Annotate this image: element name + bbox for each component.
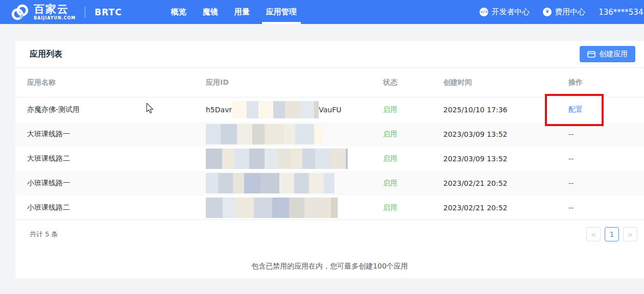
app-id-redaction-mosaic (206, 173, 335, 193)
app-limit-note: 包含已禁用的应用在内，您可最多创建100个应用 (15, 262, 644, 271)
main-nav: 概览 魔镜 用量 应用管理 (163, 0, 305, 24)
column-header-created: 创建时间 (443, 78, 568, 87)
developer-center-link[interactable]: </> 开发者中心 (480, 7, 530, 17)
column-header-status: 状态 (383, 78, 443, 87)
status-badge: 启用 (383, 179, 443, 188)
status-badge: 启用 (383, 203, 443, 212)
status-badge: 启用 (383, 130, 443, 139)
app-id-cell (206, 149, 383, 169)
nav-item-overview[interactable]: 概览 (163, 0, 195, 24)
create-app-icon (587, 51, 595, 58)
column-header-app-name: 应用名称 (27, 78, 206, 87)
total-count: 共计 5 条 (30, 230, 58, 239)
app-name-cell: 亦魔亦佛-测试用 (27, 105, 206, 114)
chevron-right-icon: > (628, 231, 633, 238)
top-navbar: 百家云 BAIJIAYUN.COM BRTC 概览 魔镜 用量 应用管理 </>… (0, 0, 644, 24)
app-id-suffix: VauFU (319, 106, 341, 114)
no-action-dash: -- (568, 130, 574, 138)
brand-text: 百家云 BAIJIAYUN.COM (34, 4, 76, 20)
nav-item-magic-mirror[interactable]: 魔镜 (195, 0, 226, 24)
app-id-cell: h5DavrVauFU (206, 101, 383, 118)
table-header-row: 应用名称 应用ID 状态 创建时间 操作 (15, 68, 644, 97)
billing-center-icon: ¥ (543, 8, 552, 16)
status-badge: 启用 (383, 105, 443, 114)
action-cell: -- (568, 155, 644, 163)
status-badge: 启用 (383, 154, 443, 163)
no-action-dash: -- (568, 155, 574, 163)
app-name-cell: 小班课线路一 (27, 179, 206, 188)
table-row: 小班课线路一启用2023/02/21 20:52-- (15, 171, 644, 195)
action-cell: -- (568, 130, 644, 138)
app-name-cell: 大班课线路一 (27, 130, 206, 139)
developer-center-icon: </> (480, 8, 488, 16)
baijiayun-logo-icon (10, 3, 30, 22)
app-list-card: 应用列表 创建应用 应用名称 应用ID 状态 创建时间 操作 亦魔亦佛-测试用h… (15, 41, 644, 278)
app-name-cell: 大班课线路二 (27, 154, 206, 163)
navbar-right: </> 开发者中心 ¥ 费用中心 136****5345 (480, 7, 644, 17)
account-phone[interactable]: 136****5345 (599, 8, 644, 17)
created-time-cell: 2025/10/10 17:36 (443, 106, 568, 114)
pagination-next-button[interactable]: > (623, 227, 637, 241)
no-action-dash: -- (568, 179, 574, 187)
create-app-label: 创建应用 (599, 50, 628, 59)
app-id-redaction-mosaic (206, 124, 322, 144)
app-name-cell: 小班课线路二 (27, 203, 206, 212)
brand-divider (85, 7, 85, 18)
configure-link[interactable]: 配置 (568, 105, 583, 113)
brand-name: 百家云 (34, 4, 76, 15)
table-row: 大班课线路一启用2023/03/09 13:52-- (15, 122, 644, 146)
app-id-cell (206, 198, 383, 218)
table-row: 小班课线路二启用2023/02/21 20:52-- (15, 195, 644, 220)
created-time-cell: 2023/02/21 20:52 (443, 204, 568, 212)
action-cell: -- (568, 204, 644, 212)
card-header: 应用列表 创建应用 (15, 41, 644, 68)
action-cell: 配置 (568, 105, 644, 114)
app-id-redaction-mosaic (206, 198, 338, 218)
table-body: 亦魔亦佛-测试用h5DavrVauFU启用2025/10/10 17:36配置大… (15, 97, 644, 220)
no-action-dash: -- (568, 204, 574, 212)
created-time-cell: 2023/03/09 13:52 (443, 130, 568, 138)
brand-logo[interactable]: 百家云 BAIJIAYUN.COM (10, 3, 76, 22)
nav-item-usage[interactable]: 用量 (226, 0, 258, 24)
table-row: 亦魔亦佛-测试用h5DavrVauFU启用2025/10/10 17:36配置 (15, 97, 644, 122)
brand-domain: BAIJIAYUN.COM (34, 16, 76, 20)
pagination: < 1 > (582, 227, 637, 241)
column-header-action: 操作 (568, 78, 644, 87)
app-id-redaction-mosaic (232, 101, 319, 118)
pagination-prev-button[interactable]: < (586, 227, 601, 241)
table-row: 大班课线路二启用2023/03/09 13:52-- (15, 146, 644, 171)
created-time-cell: 2023/03/09 13:52 (443, 155, 568, 163)
page-title: 应用列表 (30, 49, 62, 60)
app-id-cell (206, 173, 383, 193)
developer-center-label: 开发者中心 (491, 7, 530, 17)
pagination-page-1-button[interactable]: 1 (605, 227, 619, 241)
app-id-prefix: h5Davr (206, 106, 232, 114)
table-footer: 共计 5 条 < 1 > (15, 220, 644, 253)
create-app-button[interactable]: 创建应用 (580, 46, 635, 62)
billing-center-label: 费用中心 (555, 7, 585, 17)
chevron-left-icon: < (591, 231, 597, 238)
action-cell: -- (568, 179, 644, 187)
product-name: BRTC (94, 7, 122, 17)
app-id-cell (206, 124, 383, 144)
created-time-cell: 2023/02/21 20:52 (443, 179, 568, 187)
app-id-redaction-mosaic (206, 149, 348, 169)
nav-item-app-management[interactable]: 应用管理 (258, 0, 305, 24)
column-header-app-id: 应用ID (206, 78, 383, 87)
billing-center-link[interactable]: ¥ 费用中心 (543, 7, 585, 17)
